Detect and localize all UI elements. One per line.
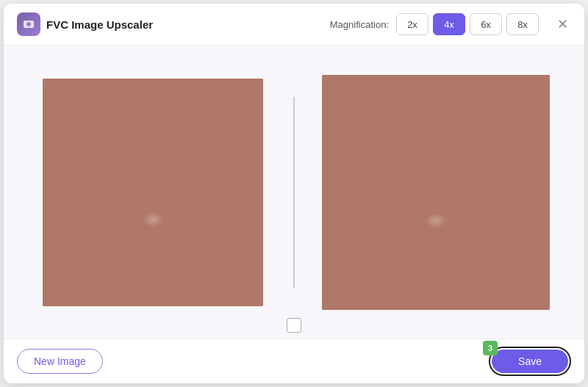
main-window: FVC Image Upscaler Magnification: 2x 4x … xyxy=(4,4,584,383)
upscaled-dog-photo xyxy=(322,75,550,310)
upscaled-image xyxy=(322,75,550,310)
close-button[interactable]: ✕ xyxy=(553,15,571,33)
original-image-panel xyxy=(26,79,279,306)
divider-area xyxy=(279,60,309,324)
header: FVC Image Upscaler Magnification: 2x 4x … xyxy=(4,4,584,46)
app-logo-icon xyxy=(17,12,40,36)
save-button[interactable]: Save xyxy=(492,350,568,373)
footer: New Image 3 Save xyxy=(4,339,584,383)
upscaled-image-panel xyxy=(309,75,562,310)
original-image xyxy=(43,79,263,306)
save-area: 3 Save xyxy=(489,347,571,376)
scroll-handle[interactable] xyxy=(287,318,301,333)
mag-4x-button[interactable]: 4x xyxy=(433,13,465,35)
mag-8x-button[interactable]: 8x xyxy=(506,13,539,35)
new-image-button[interactable]: New Image xyxy=(17,349,103,374)
svg-point-1 xyxy=(26,22,31,26)
content-area xyxy=(4,46,584,339)
magnification-label: Magnification: xyxy=(330,19,389,30)
save-wrapper: 3 Save xyxy=(489,347,571,376)
save-badge: 3 xyxy=(483,341,498,355)
divider-line xyxy=(293,97,295,288)
magnification-buttons: 2x 4x 6x 8x xyxy=(396,13,539,35)
app-title: FVC Image Upscaler xyxy=(46,18,153,31)
logo-area: FVC Image Upscaler xyxy=(17,12,153,36)
mag-2x-button[interactable]: 2x xyxy=(396,13,429,35)
original-dog-photo xyxy=(43,79,263,306)
mag-6x-button[interactable]: 6x xyxy=(470,13,502,35)
